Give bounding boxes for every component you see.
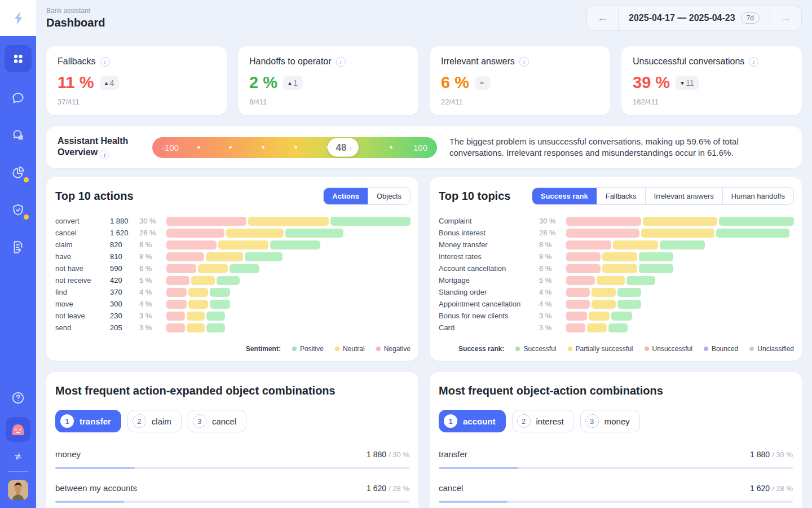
sidebar-item-conversations[interactable] (7, 124, 29, 147)
row-percent: 3 % (139, 312, 166, 320)
table-row: not leave2303 % (55, 310, 411, 322)
panel-title: Top 10 actions (55, 190, 134, 203)
metric-title: Fallbacks (58, 56, 96, 67)
next-period-button[interactable]: → (770, 6, 801, 30)
table-row: Bonus interest28 % (439, 227, 794, 239)
combo-percent: / 30 % (772, 450, 793, 459)
neutral-dot (335, 347, 339, 351)
action-chips: 1transfer 2claim 3cancel (55, 410, 409, 432)
chip-cancel[interactable]: 3cancel (188, 410, 246, 432)
list-item: cancel1 620/ 28 % (439, 483, 793, 503)
info-icon[interactable]: i (519, 57, 529, 67)
table-row: not receive4205 % (55, 274, 411, 286)
info-icon[interactable]: i (749, 57, 758, 67)
sidebar-item-reports[interactable] (7, 236, 29, 259)
object-action-combos-panel: Most frequent object-action combinations… (430, 372, 802, 508)
stacked-bar (566, 240, 705, 249)
chip-rank: 2 (133, 414, 146, 428)
chip-rank: 3 (193, 414, 206, 428)
legend-item: Positive (292, 345, 324, 353)
sidebar-item-statistics[interactable] (7, 161, 29, 184)
delta-up-icon: ▴ (288, 79, 292, 87)
stacked-bar (566, 276, 655, 285)
combo-label: money (55, 449, 81, 459)
scale-dot (197, 146, 200, 149)
sidebar (0, 0, 36, 508)
app-logo[interactable] (0, 0, 36, 36)
health-score-pill[interactable]: 48 › (328, 138, 359, 157)
unsuccessful-dot (645, 347, 649, 351)
combo-value: 1 880 (750, 450, 770, 459)
row-percent: 30 % (539, 217, 566, 225)
info-icon[interactable]: i (336, 57, 346, 67)
stacked-bar (566, 288, 641, 297)
chip-transfer[interactable]: 1transfer (55, 410, 121, 432)
chip-interest[interactable]: 2interest (512, 410, 574, 432)
arrow-left-icon: ← (597, 11, 608, 24)
metric-fraction: 22/411 (441, 98, 599, 106)
lightning-bolt-icon (10, 10, 27, 27)
metric-delta-badge: = (475, 76, 491, 90)
legend-label: Partially successful (576, 345, 633, 353)
prev-period-button[interactable]: ← (587, 6, 619, 30)
combo-label: transfer (439, 449, 467, 459)
scale-max-label: 100 (413, 143, 427, 152)
row-value: 1 620 (110, 229, 139, 237)
product-name: Bank assistant (46, 7, 105, 15)
chip-account[interactable]: 1account (439, 410, 506, 432)
tab-human-handoffs[interactable]: Human handoffs (722, 188, 793, 204)
metric-title: Unsuccessful conversations (633, 56, 744, 67)
switch-account-button[interactable] (10, 450, 26, 463)
sidebar-item-dashboard[interactable] (5, 45, 32, 72)
tab-success-rank[interactable]: Success rank (532, 188, 597, 204)
sidebar-divider (8, 471, 28, 472)
delta-equal-icon: = (480, 79, 484, 87)
legend-item: Partially successful (568, 345, 633, 353)
date-range-display[interactable]: 2025-04-17 — 2025-04-23 7d (619, 6, 770, 30)
info-icon[interactable]: i (100, 150, 109, 159)
sidebar-item-chats[interactable] (7, 87, 29, 110)
combo-panels-row: Most frequent action-expanded object com… (46, 372, 802, 508)
health-score-slider: -100 100 48 › (152, 137, 437, 158)
combo-value: 1 620 (750, 484, 770, 493)
panel-title: Most frequent object-action combinations (439, 384, 793, 397)
health-title-text: Assistant Health Overview (58, 136, 128, 157)
chip-claim[interactable]: 2claim (127, 410, 182, 432)
legend-label: Unsuccessful (652, 345, 692, 353)
legend-label: Bounced (712, 345, 738, 353)
chip-label: transfer (80, 417, 111, 426)
chip-label: money (604, 417, 630, 426)
row-label: convert (55, 217, 110, 225)
health-title: Assistant Health Overviewi (58, 135, 140, 160)
question-mark-icon (11, 391, 25, 405)
toggle-actions[interactable]: Actions (324, 188, 368, 204)
switch-arrows-icon (12, 450, 24, 463)
notification-dot (24, 177, 29, 182)
toggle-objects[interactable]: Objects (368, 188, 410, 204)
metric-value: 11 % (58, 73, 94, 92)
row-percent: 28 % (139, 229, 166, 237)
tab-fallbacks[interactable]: Fallbacks (597, 188, 645, 204)
progress-fill (55, 501, 124, 503)
user-avatar[interactable] (8, 480, 28, 500)
topics-tabs: Success rank Fallbacks Irrelevant answer… (532, 187, 794, 205)
delta-count: 4 (110, 78, 114, 87)
assistant-bot-button[interactable] (6, 417, 30, 442)
unclassified-dot (749, 347, 754, 351)
info-icon[interactable]: i (100, 57, 110, 67)
arrow-right-icon: → (780, 11, 792, 24)
legend-item: Negative (376, 345, 411, 353)
chat-bubble-icon (11, 91, 25, 106)
row-label: Money transfer (439, 240, 539, 249)
sidebar-item-quality[interactable] (7, 199, 29, 221)
chip-rank: 2 (517, 414, 531, 428)
page-title: Dashboard (46, 16, 105, 29)
row-percent: 8 % (139, 252, 166, 261)
progress-fill (439, 501, 508, 503)
table-row: Complaint30 % (439, 215, 794, 227)
assistant-health-card: Assistant Health Overviewi -100 100 48 ›… (46, 126, 802, 168)
help-button[interactable] (7, 387, 29, 409)
row-label: not have (55, 264, 110, 273)
chip-money[interactable]: 3money (580, 410, 640, 432)
tab-irrelevant-answers[interactable]: Irrelevant answers (645, 188, 722, 204)
